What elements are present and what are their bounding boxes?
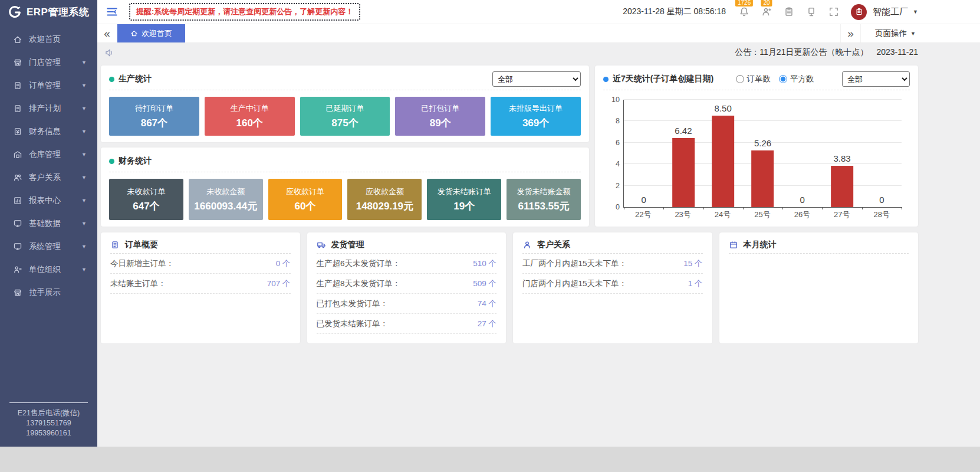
clipboard-icon[interactable] (784, 6, 794, 17)
finance-card-5[interactable]: 发货未结账金额61153.55元 (507, 179, 581, 220)
sidebar-item-7[interactable]: 报表中心▼ (0, 189, 97, 212)
tabbar-right: » 页面操作 ▼ (840, 24, 918, 42)
info-row-value[interactable]: 510 个 (473, 258, 496, 269)
production-card-1[interactable]: 生产中订单160个 (205, 97, 295, 136)
production-filter-select[interactable]: 全部 (492, 71, 581, 87)
divider (109, 90, 581, 90)
chevron-down-icon: ▼ (81, 198, 87, 204)
info-row-label: 今日新增主订单： (110, 258, 174, 269)
radio-input[interactable] (736, 75, 744, 83)
device-icon[interactable] (806, 6, 817, 17)
sidebar-footer-line: 19953960161 (0, 428, 97, 438)
main-area: 提醒:系统每周定期更新，请注意查阅更新公告，了解更新内容！ 2023-11-28… (97, 0, 980, 447)
sidebar-item-6[interactable]: 客户关系▼ (0, 166, 97, 189)
production-card-4[interactable]: 未排版导出订单369个 (491, 97, 581, 136)
info-panel-header: 订单概要 (110, 238, 291, 254)
stat-card-label: 生产中订单 (231, 103, 269, 114)
stat-card-value: 369个 (522, 116, 549, 130)
user-caret-icon[interactable]: ▼ (913, 9, 918, 15)
bell-icon[interactable]: 1726 (739, 6, 749, 17)
sidebar-item-label: 基础数据 (29, 218, 81, 229)
plan-icon (13, 104, 22, 113)
x-axis-category-label: 27号 (822, 209, 861, 220)
sidebar-item-1[interactable]: 门店管理▼ (0, 51, 97, 74)
fullscreen-icon[interactable] (828, 6, 839, 17)
tabs-scroll-left-icon[interactable]: « (97, 24, 117, 42)
info-row-value[interactable]: 15 个 (683, 258, 702, 269)
chart-bar[interactable] (712, 116, 734, 207)
info-row-label: 生产超8天未发货订单： (317, 278, 401, 289)
production-card-0[interactable]: 待打印订单867个 (109, 97, 199, 136)
info-row-value[interactable]: 27 个 (478, 319, 496, 329)
sidebar-item-5[interactable]: 仓库管理▼ (0, 143, 97, 166)
app-logo[interactable]: ERP管理系统 (0, 0, 97, 24)
current-user[interactable]: 智能工厂 (873, 6, 908, 18)
sidebar-item-label: 订单管理 (29, 80, 81, 91)
chart-plot: 024681006.428.505.2603.830 (623, 100, 902, 208)
sidebar-menu: 欢迎首页门店管理▼订单管理▼排产计划▼财务信息▼仓库管理▼客户关系▼报表中心▼基… (0, 24, 97, 396)
finance-card-1[interactable]: 未收款金额1660093.44元 (189, 179, 263, 220)
tab-home[interactable]: 欢迎首页 (117, 24, 185, 42)
chart-bars: 06.428.505.2603.830 (624, 100, 902, 207)
info-row-value[interactable]: 707 个 (267, 278, 291, 289)
chevron-down-icon: ▼ (81, 129, 87, 135)
stat-card-value: 647个 (133, 199, 159, 213)
bell-badge: 1726 (735, 0, 753, 6)
sidebar: ERP管理系统 欢迎首页门店管理▼订单管理▼排产计划▼财务信息▼仓库管理▼客户关… (0, 0, 97, 447)
sidebar-item-label: 客户关系 (29, 172, 81, 183)
chart-slot-2: 8.50 (703, 100, 743, 207)
stat-card-label: 应收款订单 (286, 186, 324, 197)
info-panel-3: 本月统计 (719, 232, 919, 343)
info-row-value[interactable]: 74 个 (478, 299, 496, 309)
chart-slot-6: 0 (862, 100, 902, 207)
sidebar-item-2[interactable]: 订单管理▼ (0, 74, 97, 97)
user-notify-icon[interactable]: 20 (761, 6, 772, 17)
info-row-value[interactable]: 509 个 (473, 278, 496, 289)
user-avatar[interactable] (851, 4, 867, 20)
info-row-value[interactable]: 1 个 (688, 278, 703, 289)
organization-icon (13, 265, 22, 274)
sidebar-item-10[interactable]: 单位组织▼ (0, 258, 97, 281)
production-card-3[interactable]: 已打包订单89个 (395, 97, 485, 136)
finance-card-3[interactable]: 应收款金额148029.19元 (347, 179, 422, 220)
sidebar-item-3[interactable]: 排产计划▼ (0, 97, 97, 120)
announcement-bar: 公告：11月21日更新公告（晚十点） 2023-11-21 (97, 43, 980, 62)
sidebar-item-9[interactable]: 系统管理▼ (0, 235, 97, 258)
truck-icon (317, 240, 326, 250)
handle-icon (13, 288, 22, 297)
chart-filter-select[interactable]: 全部 (842, 71, 910, 87)
info-row-value[interactable]: 0 个 (276, 258, 291, 269)
page-actions-menu[interactable]: 页面操作 ▼ (860, 24, 918, 42)
chart-x-axis: 22号23号24号25号26号27号28号 (623, 208, 902, 222)
radio-label: 订单数 (747, 74, 771, 84)
calendar-icon (729, 240, 738, 250)
chevron-down-icon: ▼ (81, 267, 87, 273)
topbar-right: 2023-11-28 星期二 08:56:18 1726 20 (623, 4, 918, 20)
home-icon (13, 35, 22, 44)
x-axis-tick (743, 207, 744, 209)
finance-card-4[interactable]: 发货未结账订单19个 (427, 179, 501, 220)
chart-metric-radio-0[interactable]: 订单数 (736, 74, 771, 84)
sidebar-item-0[interactable]: 欢迎首页 (0, 28, 97, 51)
radio-input[interactable] (779, 75, 787, 83)
production-card-2[interactable]: 已延期订单875个 (300, 97, 390, 136)
stat-card-value: 148029.19元 (356, 199, 413, 213)
x-axis-category-label: 28号 (862, 209, 902, 220)
dashboard-content: 生产统计 全部 待打印订单867个生产中订单160个已延期订单875个已打包订单… (97, 62, 980, 447)
chevron-down-icon: ▼ (81, 221, 87, 227)
tabs-scroll-right-icon[interactable]: » (840, 24, 860, 42)
info-row: 今日新增主订单：0 个 (110, 254, 291, 274)
sidebar-item-4[interactable]: 财务信息▼ (0, 120, 97, 143)
chart-bar[interactable] (672, 138, 695, 207)
announcement-text[interactable]: 公告：11月21日更新公告（晚十点） (735, 47, 868, 58)
finance-card-2[interactable]: 应收款订单60个 (268, 179, 343, 220)
info-panel-1: 发货管理生产超6天未发货订单：510 个生产超8天未发货订单：509 个已打包未… (307, 232, 507, 343)
finance-card-0[interactable]: 未收款订单647个 (109, 179, 183, 220)
chart-metric-radio-1[interactable]: 平方数 (779, 74, 814, 84)
menu-collapse-icon[interactable] (106, 5, 119, 18)
stat-card-label: 发货未结账金额 (517, 186, 571, 197)
stat-card-label: 未收款订单 (127, 186, 165, 197)
sidebar-item-11[interactable]: 拉手展示 (0, 281, 97, 304)
sidebar-item-8[interactable]: 基础数据▼ (0, 212, 97, 235)
finance-stats-panel: 财务统计 未收款订单647个未收款金额1660093.44元应收款订单60个应收… (101, 148, 589, 227)
